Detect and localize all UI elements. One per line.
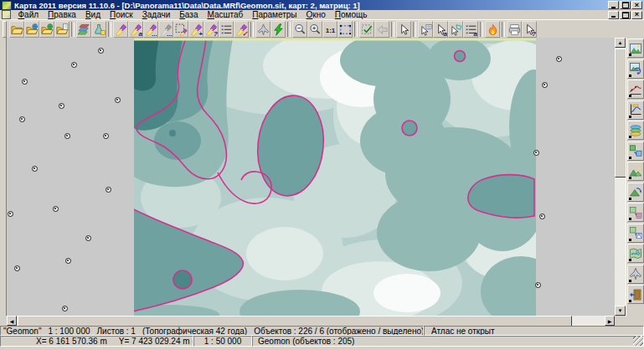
- menu-item-search[interactable]: Поиск: [105, 10, 137, 19]
- view-selected-button[interactable]: [359, 21, 374, 38]
- map-3d-view-button[interactable]: [627, 244, 644, 263]
- close-button[interactable]: ×: [631, 1, 642, 9]
- menu-item-edit[interactable]: Правка: [44, 10, 81, 19]
- menu-item-parameters[interactable]: Параметры: [248, 10, 301, 19]
- map-point-object[interactable]: [98, 48, 104, 54]
- print-button[interactable]: [507, 21, 522, 38]
- minimize-button[interactable]: [608, 1, 619, 9]
- open-data-button[interactable]: [24, 21, 39, 38]
- confirm-selection-button[interactable]: ✓: [234, 21, 249, 38]
- scroll-down-button[interactable]: ▼: [615, 306, 626, 316]
- object-info-name-button[interactable]: a: [433, 21, 448, 38]
- close-panel-button[interactable]: [627, 285, 644, 304]
- map-point-object[interactable]: [64, 133, 70, 139]
- open-document-button[interactable]: [54, 21, 70, 38]
- document-icon[interactable]: [2, 10, 11, 19]
- relief-button[interactable]: [627, 162, 644, 181]
- child-restore-button[interactable]: [620, 11, 631, 19]
- select-by-query-button[interactable]: ?: [204, 21, 219, 38]
- map-point-object[interactable]: [65, 258, 71, 264]
- map-point-object[interactable]: [59, 103, 64, 109]
- map-point-object[interactable]: [115, 97, 121, 103]
- find-next-button[interactable]: ...: [158, 21, 173, 38]
- map-point-object[interactable]: [533, 150, 539, 156]
- map-point-object[interactable]: [106, 187, 111, 193]
- menu-item-database[interactable]: База: [175, 10, 203, 19]
- scroll-left-button[interactable]: ◀: [7, 316, 17, 326]
- build-graph-button[interactable]: [627, 100, 644, 120]
- selection-list-button[interactable]: [219, 21, 234, 38]
- open-map-button[interactable]: [9, 21, 24, 38]
- navigator-button[interactable]: [255, 21, 270, 38]
- scale-1-1-button[interactable]: [322, 21, 337, 38]
- zoom-in-button[interactable]: [307, 21, 322, 38]
- restore-button[interactable]: [620, 1, 631, 9]
- menu-item-help[interactable]: Помощь: [330, 10, 372, 19]
- child-minimize-button[interactable]: [608, 11, 619, 19]
- active-layer-panel: Geomon (объектов : 205): [252, 336, 644, 347]
- map-point-object[interactable]: [103, 133, 109, 139]
- add-to-selection-button[interactable]: +: [188, 21, 204, 38]
- icon-overlay: ...: [152, 31, 157, 38]
- menu-item-window[interactable]: Окно: [301, 10, 330, 19]
- flight-3d-button[interactable]: [627, 265, 644, 284]
- menu-item-view[interactable]: Вид: [80, 10, 105, 19]
- image-to-matrix-button[interactable]: [627, 142, 644, 161]
- find-by-name-button[interactable]: a: [128, 21, 143, 38]
- menu-item-file[interactable]: Файл: [13, 10, 44, 19]
- plane-icon: [257, 23, 270, 36]
- map-point-object[interactable]: [32, 166, 38, 172]
- close-icon: ×: [635, 11, 639, 18]
- raster-image-button[interactable]: [627, 39, 644, 58]
- map-point-object[interactable]: [539, 214, 545, 219]
- zoom-to-frame-button[interactable]: [337, 21, 353, 38]
- surface-layers-button[interactable]: [627, 121, 644, 140]
- horizontal-scrollbar[interactable]: ◀ ▶: [7, 316, 615, 326]
- resize-grip[interactable]: [633, 336, 643, 346]
- select-object-button[interactable]: [113, 21, 128, 38]
- object-info-area-button[interactable]: [448, 21, 463, 38]
- view-scale-panel[interactable]: 1 : 50 000: [193, 336, 252, 347]
- map-point-object[interactable]: [22, 79, 28, 85]
- object-legend-button[interactable]: [91, 21, 106, 38]
- scroll-right-button[interactable]: ▶: [605, 316, 615, 326]
- object-info-table-button[interactable]: [418, 21, 433, 38]
- map-point-object[interactable]: [62, 306, 68, 311]
- map-window[interactable]: [7, 38, 615, 316]
- child-close-button[interactable]: ×: [631, 11, 642, 19]
- matrix-operations-button[interactable]: [627, 203, 644, 222]
- window-bottom-edge: [0, 347, 644, 350]
- restore-icon: [622, 12, 629, 18]
- fast-redraw-button[interactable]: [270, 21, 286, 38]
- map-point-object[interactable]: [8, 211, 13, 217]
- map-point-object[interactable]: [542, 82, 548, 88]
- vertical-scrollbar[interactable]: ▲ ▼: [615, 38, 626, 316]
- find-button[interactable]: ...: [143, 21, 158, 38]
- pointer-button[interactable]: [396, 21, 411, 38]
- open-geoportal-button[interactable]: [39, 21, 54, 38]
- select-in-frame-button[interactable]: [173, 21, 188, 38]
- map-composition-button[interactable]: [76, 21, 91, 38]
- map-point-object[interactable]: [19, 116, 25, 122]
- build-profile-button[interactable]: [627, 80, 644, 99]
- icon-overlay: ...: [167, 31, 173, 38]
- info-list-button[interactable]: a: [463, 21, 478, 38]
- menu-item-tasks[interactable]: Задачи: [137, 10, 175, 19]
- zoom-out-button[interactable]: [292, 21, 307, 38]
- map-canvas[interactable]: [134, 39, 536, 316]
- context-help-button[interactable]: ?: [522, 21, 537, 38]
- toolbar-grip[interactable]: [3, 21, 7, 38]
- map-point-object[interactable]: [14, 265, 20, 271]
- previous-view-button[interactable]: [374, 21, 389, 38]
- tin-model-button[interactable]: [627, 224, 644, 243]
- menu-item-scale[interactable]: Масштаб: [203, 10, 248, 19]
- raster-export-button[interactable]: [627, 59, 644, 79]
- map-point-object[interactable]: [535, 282, 541, 288]
- hot-objects-button[interactable]: [485, 21, 500, 38]
- map-point-object[interactable]: [556, 56, 562, 62]
- map-point-object[interactable]: [85, 235, 91, 241]
- map-point-object[interactable]: [53, 206, 59, 212]
- relief-edit-button[interactable]: [627, 183, 644, 202]
- scroll-up-button[interactable]: ▲: [615, 38, 626, 48]
- map-point-object[interactable]: [71, 62, 77, 68]
